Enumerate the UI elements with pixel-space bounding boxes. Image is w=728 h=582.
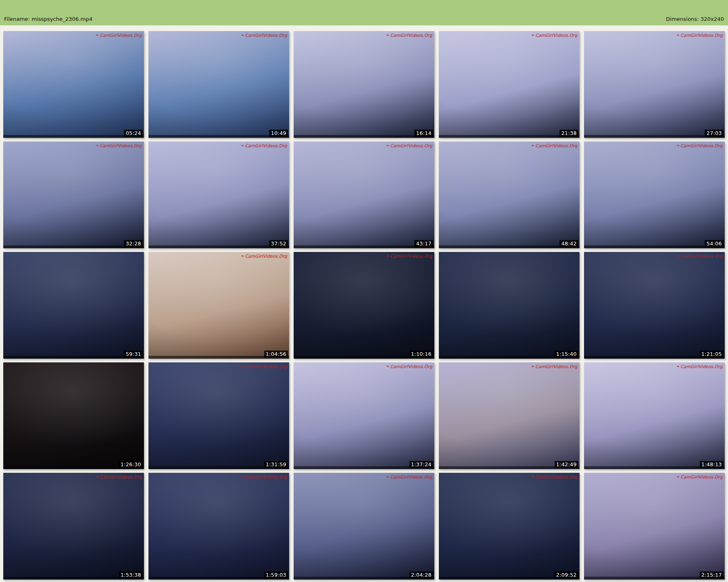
watermark: ❧ CamGirlVideos.Org <box>531 33 577 38</box>
watermark-label: CamGirlVideos.Org <box>390 33 432 38</box>
timestamp-badge: 27:03 <box>705 130 724 137</box>
video-thumbnail[interactable]: ❧ CamGirlVideos.Org 16:14 <box>294 31 434 138</box>
video-thumbnail[interactable]: ❧ CamGirlVideos.Org 27:03 <box>584 31 725 138</box>
video-thumbnail[interactable]: ❧ CamGirlVideos.Org 48:42 <box>439 142 580 248</box>
watermark-label: CamGirlVideos.Org <box>681 143 723 148</box>
video-thumbnail[interactable]: ❧ CamGirlVideos.Org 59:31 <box>3 252 144 359</box>
video-thumbnail[interactable]: ❧ CamGirlVideos.Org 43:17 <box>294 142 434 248</box>
watermark-label: CamGirlVideos.Org <box>681 474 723 479</box>
watermark: ❧ CamGirlVideos.Org <box>241 364 287 369</box>
watermark-logo-icon: ❧ <box>241 33 244 38</box>
video-thumbnail[interactable]: ❧ CamGirlVideos.Org 2:09:52 <box>439 473 580 580</box>
metadata-header: Filename: misspsyche_2306.mp4 File size:… <box>0 0 728 25</box>
video-thumbnail[interactable]: ❧ CamGirlVideos.Org 1:53:38 <box>3 473 144 580</box>
watermark-logo-icon: ❧ <box>676 143 680 148</box>
timestamp-badge: 2:15:17 <box>700 571 724 578</box>
watermark-label: CamGirlVideos.Org <box>681 33 723 38</box>
watermark: ❧ CamGirlVideos.Org <box>241 33 287 38</box>
watermark-label: CamGirlVideos.Org <box>535 474 577 479</box>
watermark-label: CamGirlVideos.Org <box>245 143 287 148</box>
watermark-label: CamGirlVideos.Org <box>245 364 287 369</box>
watermark-label: CamGirlVideos.Org <box>100 33 142 38</box>
video-thumbnail[interactable]: ❧ CamGirlVideos.Org 1:59:03 <box>148 473 289 580</box>
watermark-label: CamGirlVideos.Org <box>245 254 287 258</box>
video-thumbnail[interactable]: ❧ CamGirlVideos.Org 05:24 <box>3 31 144 138</box>
watermark-label: CamGirlVideos.Org <box>245 474 287 479</box>
watermark: ❧ CamGirlVideos.Org <box>386 364 432 369</box>
timestamp-badge: 37:52 <box>269 240 288 247</box>
timestamp-badge: 1:37:24 <box>409 461 433 468</box>
watermark: ❧ CamGirlVideos.Org <box>386 33 432 38</box>
watermark-logo-icon: ❧ <box>241 474 244 479</box>
watermark: ❧ CamGirlVideos.Org <box>96 474 142 479</box>
watermark: ❧ CamGirlVideos.Org <box>386 474 432 479</box>
watermark: ❧ CamGirlVideos.Org <box>241 254 287 258</box>
timestamp-badge: 2:09:52 <box>555 571 578 578</box>
thumbnail-grid: ❧ CamGirlVideos.Org 05:24 ❧ CamGirlVideo… <box>0 25 728 580</box>
video-thumbnail[interactable]: ❧ CamGirlVideos.Org 1:15:40 <box>439 252 580 359</box>
timestamp-badge: 48:42 <box>559 240 578 247</box>
watermark-label: CamGirlVideos.Org <box>100 474 142 479</box>
video-thumbnail[interactable]: ❧ CamGirlVideos.Org 1:10:16 <box>294 252 434 359</box>
timestamp-badge: 1:53:38 <box>119 571 143 578</box>
watermark-label: CamGirlVideos.Org <box>390 254 432 258</box>
timestamp-badge: 1:31:59 <box>264 461 288 468</box>
watermark-logo-icon: ❧ <box>531 143 535 148</box>
video-thumbnail[interactable]: ❧ CamGirlVideos.Org 1:31:59 <box>148 362 289 469</box>
watermark-label: CamGirlVideos.Org <box>681 254 723 258</box>
watermark-logo-icon: ❧ <box>531 33 535 38</box>
watermark-label: CamGirlVideos.Org <box>390 143 432 148</box>
watermark-logo-icon: ❧ <box>241 254 244 258</box>
watermark-logo-icon: ❧ <box>96 474 99 479</box>
watermark: ❧ CamGirlVideos.Org <box>531 143 577 148</box>
watermark: ❧ CamGirlVideos.Org <box>96 33 142 38</box>
watermark: ❧ CamGirlVideos.Org <box>676 474 723 479</box>
video-thumbnail[interactable]: ❧ CamGirlVideos.Org 2:15:17 <box>584 473 725 580</box>
timestamp-badge: 1:15:40 <box>555 351 578 357</box>
watermark-logo-icon: ❧ <box>96 33 99 38</box>
watermark-logo-icon: ❧ <box>386 33 389 38</box>
video-thumbnail[interactable]: ❧ CamGirlVideos.Org 1:42:49 <box>439 362 580 469</box>
watermark-label: CamGirlVideos.Org <box>535 33 577 38</box>
watermark-logo-icon: ❧ <box>241 364 244 369</box>
timestamp-badge: 1:21:05 <box>700 351 724 357</box>
watermark: ❧ CamGirlVideos.Org <box>676 364 723 369</box>
timestamp-badge: 1:10:16 <box>409 351 433 357</box>
watermark: ❧ CamGirlVideos.Org <box>386 254 432 258</box>
watermark-label: CamGirlVideos.Org <box>681 364 723 369</box>
watermark-logo-icon: ❧ <box>676 364 680 369</box>
video-thumbnail[interactable]: ❧ CamGirlVideos.Org 1:04:56 <box>148 252 289 359</box>
watermark-logo-icon: ❧ <box>386 254 389 258</box>
timestamp-badge: 32:28 <box>124 240 143 247</box>
filename-label: Filename: misspsyche_2306.mp4 <box>4 16 92 22</box>
timestamp-badge: 1:04:56 <box>264 351 288 357</box>
watermark-logo-icon: ❧ <box>531 364 535 369</box>
video-thumbnail[interactable]: ❧ CamGirlVideos.Org 1:37:24 <box>294 362 434 469</box>
video-thumbnail[interactable]: ❧ CamGirlVideos.Org 2:04:28 <box>294 473 434 580</box>
video-thumbnail[interactable]: ❧ CamGirlVideos.Org 37:52 <box>148 142 289 248</box>
watermark: ❧ CamGirlVideos.Org <box>531 474 577 479</box>
video-thumbnail[interactable]: ❧ CamGirlVideos.Org 1:48:13 <box>584 362 725 469</box>
watermark: ❧ CamGirlVideos.Org <box>531 364 577 369</box>
video-thumbnail[interactable]: ❧ CamGirlVideos.Org 1:21:05 <box>584 252 725 359</box>
watermark: ❧ CamGirlVideos.Org <box>386 143 432 148</box>
watermark: ❧ CamGirlVideos.Org <box>96 143 142 148</box>
watermark-logo-icon: ❧ <box>386 364 389 369</box>
timestamp-badge: 1:48:13 <box>700 461 724 468</box>
watermark-logo-icon: ❧ <box>241 143 244 148</box>
watermark: ❧ CamGirlVideos.Org <box>241 143 287 148</box>
timestamp-badge: 1:59:03 <box>264 571 288 578</box>
timestamp-badge: 54:06 <box>705 240 724 247</box>
video-thumbnail[interactable]: ❧ CamGirlVideos.Org 1:26:30 <box>3 362 144 469</box>
video-thumbnail[interactable]: ❧ CamGirlVideos.Org 21:38 <box>439 31 580 138</box>
watermark-label: CamGirlVideos.Org <box>390 474 432 479</box>
video-thumbnail[interactable]: ❧ CamGirlVideos.Org 10:49 <box>148 31 289 138</box>
timestamp-badge: 43:17 <box>414 240 433 247</box>
watermark-logo-icon: ❧ <box>386 474 389 479</box>
video-thumbnail[interactable]: ❧ CamGirlVideos.Org 54:06 <box>584 142 725 248</box>
dimensions-label: Dimensions: 320x240 <box>653 16 724 22</box>
timestamp-badge: 1:26:30 <box>119 461 143 468</box>
video-thumbnail[interactable]: ❧ CamGirlVideos.Org 32:28 <box>3 142 144 248</box>
watermark: ❧ CamGirlVideos.Org <box>241 474 287 479</box>
timestamp-badge: 2:04:28 <box>409 571 433 578</box>
